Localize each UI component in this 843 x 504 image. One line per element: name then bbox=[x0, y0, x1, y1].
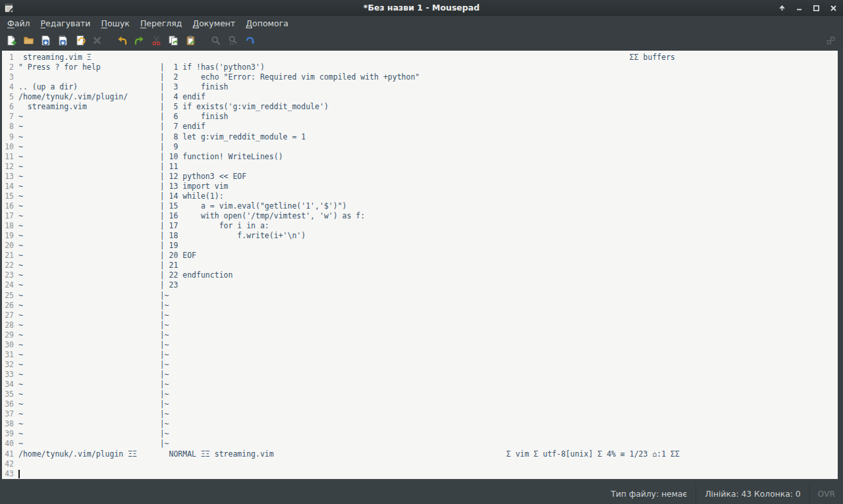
cut-button[interactable] bbox=[148, 33, 164, 49]
menu-document[interactable]: Документ bbox=[187, 17, 240, 30]
redo-button[interactable] bbox=[131, 33, 147, 49]
titlebar: *Без назви 1 - Mousepad bbox=[0, 0, 843, 16]
text-editor-area[interactable]: 1 2 3 4 5 6 7 8 9 10 11 12 13 14 15 16 1… bbox=[2, 51, 838, 479]
minus-icon bbox=[795, 4, 803, 13]
close-file-button[interactable] bbox=[89, 33, 105, 49]
blue-jump-arrow-icon bbox=[244, 35, 256, 46]
new-document-button[interactable] bbox=[3, 33, 19, 49]
x-icon bbox=[829, 4, 838, 13]
open-folder-icon bbox=[23, 35, 34, 46]
text-content[interactable]: streaming.vim Ξ ΣΣ buffers " Press ? for… bbox=[18, 51, 838, 479]
menu-file[interactable]: Файл bbox=[2, 17, 36, 30]
scissors-icon bbox=[151, 35, 162, 46]
find-replace-button[interactable] bbox=[225, 33, 240, 49]
save-as-icon bbox=[57, 35, 68, 46]
fullscreen-icon bbox=[825, 35, 836, 46]
open-file-button[interactable] bbox=[20, 33, 36, 49]
magnifier-icon bbox=[210, 35, 221, 46]
square-icon bbox=[812, 4, 821, 13]
magnifier-replace-icon bbox=[227, 35, 238, 46]
save-icon bbox=[40, 35, 51, 46]
arrow-up-icon bbox=[778, 4, 786, 13]
save-button[interactable] bbox=[38, 33, 53, 49]
toolbar bbox=[0, 30, 843, 51]
shade-window-button[interactable] bbox=[777, 3, 786, 13]
menu-view[interactable]: Перегляд bbox=[135, 17, 187, 30]
go-to-line-button[interactable] bbox=[242, 33, 258, 49]
copy-pages-icon bbox=[168, 35, 179, 46]
revert-icon bbox=[74, 35, 86, 46]
minimize-window-button[interactable] bbox=[794, 3, 803, 13]
clipboard-icon bbox=[185, 35, 196, 46]
fullscreen-button[interactable] bbox=[823, 33, 838, 49]
text-caret bbox=[18, 470, 20, 478]
menu-help[interactable]: Допомога bbox=[240, 17, 294, 30]
close-window-button[interactable] bbox=[829, 3, 838, 13]
line-number-gutter: 1 2 3 4 5 6 7 8 9 10 11 12 13 14 15 16 1… bbox=[2, 51, 18, 479]
new-document-icon bbox=[6, 35, 17, 46]
redo-arrow-icon bbox=[134, 35, 145, 46]
paste-button[interactable] bbox=[182, 33, 198, 49]
filetype-status[interactable]: Тип файлу: немає bbox=[603, 484, 696, 504]
menu-search[interactable]: Пошук bbox=[95, 17, 134, 30]
close-x-icon bbox=[92, 35, 103, 46]
statusbar: Тип файлу: немає Лінійка: 43 Колонка: 0 … bbox=[0, 484, 843, 504]
overwrite-toggle[interactable]: OVR bbox=[809, 484, 842, 504]
undo-button[interactable] bbox=[114, 33, 130, 49]
copy-button[interactable] bbox=[165, 33, 181, 49]
maximize-window-button[interactable] bbox=[811, 3, 821, 13]
menubar: Файл Редагувати Пошук Перегляд Документ … bbox=[0, 16, 843, 30]
window-title: *Без назви 1 - Mousepad bbox=[0, 0, 843, 16]
revert-button[interactable] bbox=[72, 33, 88, 49]
cursor-position-status: Лінійка: 43 Колонка: 0 bbox=[695, 484, 809, 504]
menu-edit[interactable]: Редагувати bbox=[36, 17, 96, 30]
find-button[interactable] bbox=[207, 33, 223, 49]
undo-arrow-icon bbox=[117, 35, 128, 46]
bottom-bar: Тип файлу: немає Лінійка: 43 Колонка: 0 … bbox=[0, 479, 843, 504]
save-as-button[interactable] bbox=[55, 33, 70, 49]
